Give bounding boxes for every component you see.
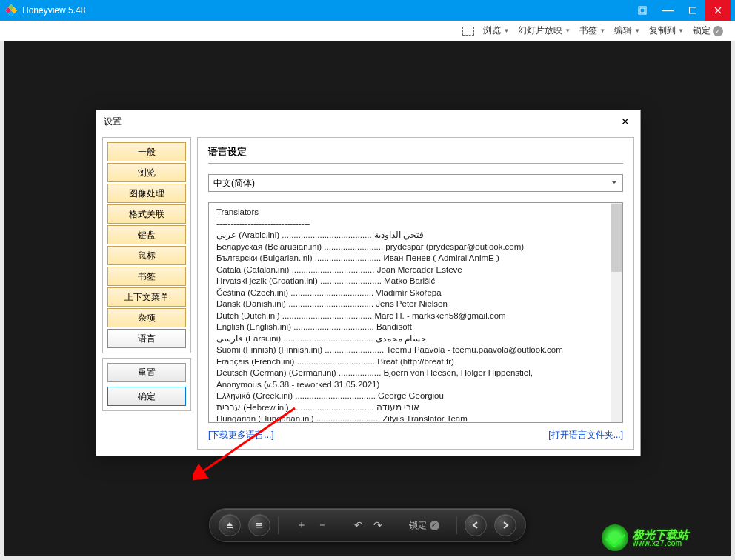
translator-row: Français (French.ini) ..................…: [216, 356, 615, 368]
toolbar-lock[interactable]: 锁定✓: [690, 23, 726, 39]
translator-row: Čeština (Czech.ini) ....................…: [216, 287, 615, 299]
toolbar-browse-label: 浏览: [483, 24, 501, 37]
translator-row: עברית (Hebrew.ini) .....................…: [216, 402, 615, 414]
dialog-close-button[interactable]: ✕: [618, 114, 633, 129]
watermark-url: www.xz7.com: [633, 540, 688, 547]
titlebar: Honeyview 5.48 —: [0, 0, 735, 21]
sidebar-item-7[interactable]: 上下文菜单: [107, 287, 186, 307]
fit-mode[interactable]: [459, 25, 477, 37]
dialog-titlebar: 设置 ✕: [96, 110, 640, 133]
eject-button[interactable]: [219, 514, 241, 536]
dialog-title: 设置: [104, 116, 122, 128]
scroll-thumb[interactable]: [611, 204, 622, 272]
toolbar-slideshow-label: 幻灯片放映: [518, 24, 562, 37]
check-icon: ✓: [713, 26, 723, 36]
language-select[interactable]: 中文(简体): [208, 174, 623, 192]
zoom-out-button[interactable]: －: [317, 519, 327, 532]
toolbar-edit-label: 编辑: [614, 24, 632, 37]
open-lang-folder-link[interactable]: [打开语言文件夹...]: [548, 429, 623, 441]
watermark: 极光下载站 www.xz7.com: [602, 521, 728, 554]
settings-sidebar: 一般浏览图像处理格式关联键盘鼠标书签上下文菜单杂项语言 重置 确定: [102, 137, 191, 450]
svg-rect-13: [256, 525, 262, 526]
translator-row: Anonymous (v.5.38 - reworked 31.05.2021): [216, 379, 615, 391]
player-bar: ＋ － ↶ ↷ 锁定✓: [209, 508, 526, 542]
translator-row: English (English.ini) ..................…: [216, 321, 615, 333]
app-title: Honeyview 5.48: [22, 5, 630, 16]
svg-rect-7: [690, 7, 696, 13]
sidebar-item-0[interactable]: 一般: [107, 142, 186, 161]
panel-title: 语言设定: [208, 145, 623, 164]
sidebar-item-9[interactable]: 语言: [107, 329, 186, 348]
settings-content: 语言设定 中文(简体) Translators-----------------…: [197, 137, 634, 450]
translators-list[interactable]: Translators-----------------------------…: [208, 202, 623, 423]
sidebar-item-8[interactable]: 杂项: [107, 308, 186, 327]
scrollbar[interactable]: [611, 203, 622, 422]
translator-row: ---------------------------------: [216, 219, 615, 230]
toolbar-copyto[interactable]: 复制到▼: [646, 23, 687, 39]
ok-button[interactable]: 确定: [107, 387, 186, 406]
translator-row: Български (Bulgarian.ini) ..............…: [216, 253, 615, 264]
playbar-lock[interactable]: 锁定✓: [409, 519, 439, 532]
app-icon: [4, 4, 18, 17]
rotate-left-button[interactable]: ↶: [354, 519, 363, 531]
translator-row: Dansk (Danish.ini) .....................…: [216, 299, 615, 310]
toolbar-slideshow[interactable]: 幻灯片放映▼: [515, 23, 573, 39]
translator-row: Hrvatski jezik (Croatian.ini) ..........…: [216, 276, 615, 287]
download-more-link[interactable]: [下载更多语言...]: [208, 429, 274, 441]
svg-marker-10: [227, 522, 233, 526]
check-icon: ✓: [430, 521, 439, 530]
translator-row: Беларуская (Belarusian.ini) ............…: [216, 241, 615, 253]
svg-rect-12: [256, 523, 262, 524]
maximize-button[interactable]: [680, 0, 705, 21]
translator-row: Deutsch (German) (German.ini) ..........…: [216, 367, 615, 379]
watermark-name: 极光下载站: [633, 529, 688, 540]
translator-row: فارسی (Farsi.ini) ......................…: [216, 333, 615, 345]
prev-button[interactable]: [465, 514, 487, 536]
toolbar-bookmark[interactable]: 书签▼: [576, 23, 608, 39]
main-toolbar: 浏览▼ 幻灯片放映▼ 书签▼ 编辑▼ 复制到▼ 锁定✓: [0, 21, 735, 41]
minimize-button[interactable]: —: [655, 0, 680, 21]
fullscreen-button[interactable]: [630, 0, 655, 21]
menu-button[interactable]: [248, 514, 270, 536]
watermark-icon: [602, 524, 628, 551]
next-button[interactable]: [494, 514, 516, 536]
reset-button[interactable]: 重置: [107, 363, 186, 382]
translator-row: Dutch (Dutch.ini) ......................…: [216, 310, 615, 322]
toolbar-copyto-label: 复制到: [649, 24, 676, 37]
translator-row: Català (Catalan.ini) ...................…: [216, 264, 615, 276]
fit-icon: [462, 27, 474, 36]
toolbar-lock-label: 锁定: [693, 24, 711, 37]
rotate-right-button[interactable]: ↷: [373, 519, 382, 531]
toolbar-bookmark-label: 书签: [579, 24, 597, 37]
svg-rect-11: [227, 527, 233, 529]
sidebar-item-3[interactable]: 格式关联: [107, 204, 186, 224]
sidebar-item-2[interactable]: 图像处理: [107, 184, 186, 203]
translator-row: عربي (Arabic.ini) ......................…: [216, 230, 615, 241]
settings-dialog: 设置 ✕ 一般浏览图像处理格式关联键盘鼠标书签上下文菜单杂项语言 重置 确定 语…: [96, 110, 641, 456]
sidebar-item-5[interactable]: 鼠标: [107, 246, 186, 265]
translator-row: Hungarian (Hungarian.ini) ..............…: [216, 413, 615, 423]
toolbar-browse[interactable]: 浏览▼: [480, 23, 512, 39]
sidebar-item-4[interactable]: 键盘: [107, 225, 186, 244]
zoom-in-button[interactable]: ＋: [296, 519, 307, 532]
translator-row: Translators: [216, 207, 615, 219]
svg-rect-6: [640, 8, 645, 13]
translator-row: Suomi (Finnish) (Finnish.ini) ..........…: [216, 344, 615, 356]
window-controls: —: [630, 0, 731, 21]
close-button[interactable]: [705, 0, 731, 21]
sidebar-item-6[interactable]: 书签: [107, 267, 186, 286]
translator-row: Ελληνικά (Greek.ini) ...................…: [216, 390, 615, 402]
sidebar-item-1[interactable]: 浏览: [107, 163, 186, 182]
toolbar-edit[interactable]: 编辑▼: [611, 23, 643, 39]
svg-rect-14: [256, 527, 262, 527]
